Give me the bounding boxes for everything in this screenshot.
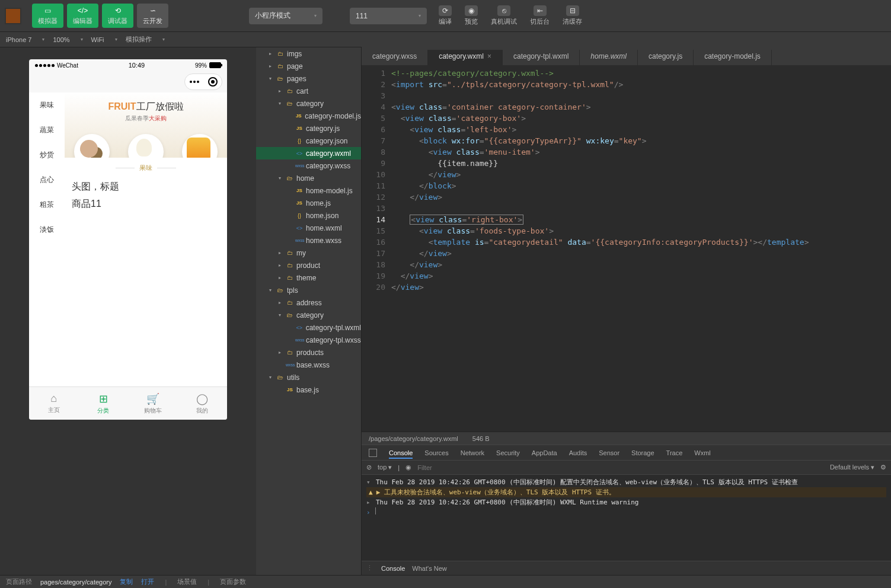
sim-op-select[interactable]: 模拟操作▾	[126, 35, 165, 44]
element-inspector-icon[interactable]	[369, 449, 377, 457]
code-editor[interactable]: 1234567891011121314151617181920 <!--page…	[362, 65, 891, 432]
tabbar-item[interactable]: 🛒购物车	[128, 387, 178, 420]
folder-item[interactable]: ▸🗀address	[256, 296, 361, 309]
log-levels-select[interactable]: Default levels ▾	[830, 464, 874, 471]
context-select[interactable]: top ▾	[378, 464, 392, 471]
app-logo	[5, 8, 21, 24]
file-item[interactable]: <>category-tpl.wxml	[256, 321, 361, 334]
category-item[interactable]: 果味	[29, 92, 65, 117]
folder-item[interactable]: ▸🗀theme	[256, 271, 361, 284]
folder-item[interactable]: ▸🗀product	[256, 259, 361, 271]
network-select[interactable]: WiFi▾	[91, 36, 117, 43]
banner: FRUIT工厂放假啦 瓜果春季大采购	[65, 92, 227, 158]
folder-item[interactable]: ▾🗁home	[256, 172, 361, 184]
phone-frame: WeChat 10:49 99% 果味蔬菜炒货点心粗茶淡饭 FRUIT工厂放假啦…	[29, 59, 227, 420]
file-item[interactable]: <>category.wxml	[256, 147, 361, 159]
capsule-button[interactable]	[184, 74, 222, 90]
editor-tab[interactable]: home.wxml	[580, 47, 638, 65]
debugger-button[interactable]: ⟲调试器	[102, 4, 133, 28]
compile-button[interactable]: ⟳编译	[434, 3, 456, 28]
tabbar-item[interactable]: ◯我的	[178, 387, 228, 420]
folder-item[interactable]: ▸🗀products	[256, 346, 361, 359]
tabbar-item[interactable]: ⌂主页	[29, 387, 79, 420]
folder-item[interactable]: ▾🗁pages	[256, 72, 361, 85]
devtools-tab[interactable]: Network	[461, 449, 484, 456]
copy-path-link[interactable]: 复制	[120, 577, 133, 586]
console-filter-input[interactable]	[417, 464, 824, 471]
category-label: 果味	[65, 158, 227, 178]
devtools-panel: ConsoleSourcesNetworkSecurityAppDataAudi…	[362, 445, 891, 575]
file-item[interactable]: wxssbase.wxss	[256, 359, 361, 371]
file-item[interactable]: {}category.json	[256, 135, 361, 147]
devtools-tab[interactable]: Security	[496, 449, 520, 456]
folder-item[interactable]: ▸🗀cart	[256, 85, 361, 97]
folder-item[interactable]: ▾🗁category	[256, 309, 361, 321]
preview-button[interactable]: ◉预览	[460, 3, 483, 28]
file-item[interactable]: wxsscategory-tpl.wxss	[256, 334, 361, 346]
devtools-tab[interactable]: Console	[389, 449, 413, 459]
folder-item[interactable]: ▾🗁tpls	[256, 284, 361, 296]
background-button[interactable]: ⇤切后台	[525, 3, 554, 28]
console-output[interactable]: ▾Thu Feb 28 2019 10:42:26 GMT+0800 (中国标准…	[362, 475, 891, 561]
phone-status-bar: WeChat 10:49 99%	[29, 59, 227, 71]
folder-item[interactable]: ▸🗀my	[256, 247, 361, 259]
folder-item[interactable]: ▸🗀page	[256, 60, 361, 72]
cloud-button[interactable]: ∽云开发	[137, 4, 168, 28]
simulator-panel: WeChat 10:49 99% 果味蔬菜炒货点心粗茶淡饭 FRUIT工厂放假啦…	[0, 47, 256, 575]
category-sidebar: 果味蔬菜炒货点心粗茶淡饭	[29, 92, 65, 386]
file-item[interactable]: JScategory.js	[256, 122, 361, 135]
file-item[interactable]: JScategory-model.js	[256, 110, 361, 122]
category-item[interactable]: 淡饭	[29, 217, 65, 242]
phone-tabbar: ⌂主页⊞分类🛒购物车◯我的	[29, 386, 227, 420]
folder-item[interactable]: ▾🗁category	[256, 97, 361, 110]
zoom-select[interactable]: 100%▾	[53, 36, 82, 43]
category-item[interactable]: 蔬菜	[29, 117, 65, 142]
editor-tab[interactable]: category.wxml×	[428, 47, 503, 65]
editor-tab[interactable]: category-model.js	[694, 47, 772, 65]
file-item[interactable]: wxsscategory.wxss	[256, 159, 361, 172]
category-item[interactable]: 点心	[29, 167, 65, 192]
mode-select[interactable]: 小程序模式▾	[249, 8, 322, 24]
devtools-tab[interactable]: Storage	[631, 449, 654, 456]
bottom-status-bar: 页面路径 pages/category/category 复制 打开 | 场景值…	[0, 575, 891, 588]
file-tree[interactable]: ▸🗀imgs▸🗀page▾🗁pages▸🗀cart▾🗁categoryJScat…	[256, 47, 362, 575]
remote-debug-button[interactable]: ⎋真机调试	[486, 3, 522, 28]
editor-button[interactable]: </>编辑器	[67, 4, 98, 28]
open-path-link[interactable]: 打开	[141, 577, 154, 586]
file-item[interactable]: {}home.json	[256, 209, 361, 222]
editor-tab[interactable]: category-tpl.wxml	[503, 47, 580, 65]
editor-tabs	[362, 32, 891, 50]
phone-nav-bar	[29, 71, 227, 92]
drawer-console-tab[interactable]: Console	[381, 565, 405, 572]
file-item[interactable]: JSbase.js	[256, 384, 361, 396]
clear-cache-button[interactable]: ⊟清缓存	[558, 3, 587, 28]
devtools-tab[interactable]: Sensor	[599, 449, 619, 456]
project-select[interactable]: 111▾	[350, 8, 427, 24]
file-item[interactable]: JShome.js	[256, 197, 361, 209]
editor-status-bar: /pages/category/category.wxml 546 B	[362, 432, 891, 445]
devtools-tab[interactable]: AppData	[532, 449, 557, 456]
devtools-tab[interactable]: Sources	[424, 449, 448, 456]
console-settings-icon[interactable]: ⚙	[880, 464, 886, 471]
devtools-tab[interactable]: Audits	[569, 449, 587, 456]
tabbar-item[interactable]: ⊞分类	[79, 387, 129, 420]
file-item[interactable]: wxsshome.wxss	[256, 234, 361, 247]
devtools-tab[interactable]: Trace	[666, 449, 683, 456]
editor-tab[interactable]: category.js	[638, 47, 694, 65]
folder-item[interactable]: ▸🗀imgs	[256, 47, 361, 60]
product-title: 头图，标题	[65, 178, 227, 196]
clear-console-icon[interactable]: ⊘	[366, 464, 372, 471]
file-item[interactable]: JShome-model.js	[256, 184, 361, 197]
whats-new-tab[interactable]: What's New	[412, 565, 446, 572]
simulator-button[interactable]: ▭模拟器	[32, 4, 63, 28]
drawer-drag-icon[interactable]: ⋮	[366, 564, 374, 572]
devtools-tab[interactable]: Wxml	[694, 449, 711, 456]
category-item[interactable]: 炒货	[29, 142, 65, 167]
folder-item[interactable]: ▾🗁utils	[256, 371, 361, 384]
category-item[interactable]: 粗茶	[29, 192, 65, 217]
file-item[interactable]: <>home.wxml	[256, 222, 361, 234]
editor-tab[interactable]: category.wxss	[362, 47, 428, 65]
editor-tabs-real: category.wxsscategory.wxml×category-tpl.…	[362, 47, 891, 65]
devtools-tabs: ConsoleSourcesNetworkSecurityAppDataAudi…	[362, 445, 891, 461]
device-select[interactable]: iPhone 7▾	[6, 36, 44, 43]
